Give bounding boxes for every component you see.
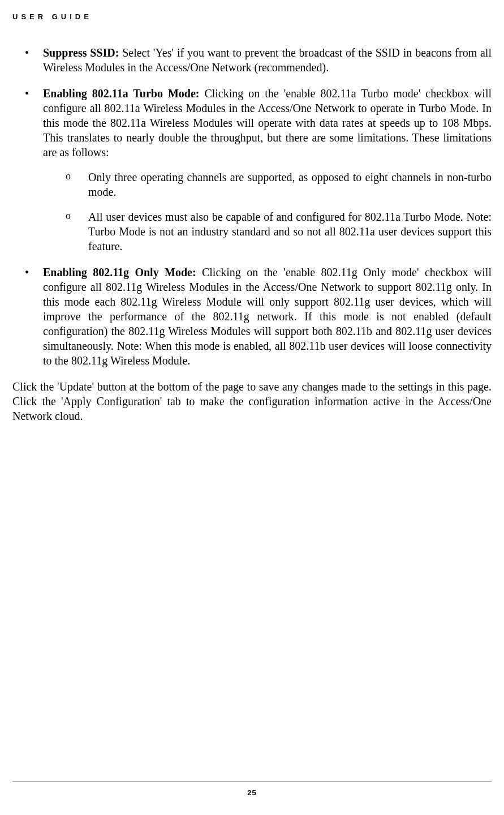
sub-item-channels: Only three operating channels are suppor…: [43, 170, 492, 199]
page-header: USER GUIDE: [12, 12, 92, 21]
bullet-body: Clicking on the 'enable 802.11g Only mod…: [43, 266, 492, 367]
footer-divider: [12, 782, 492, 782]
bullet-title: Enabling 802.11g Only Mode:: [43, 266, 196, 278]
sub-item-devices: All user devices must also be capable of…: [43, 209, 492, 254]
page-content: Suppress SSID: Select 'Yes' if you want …: [12, 45, 492, 423]
bullet-title: Enabling 802.11a Turbo Mode:: [43, 87, 199, 100]
sub-list: Only three operating channels are suppor…: [43, 170, 492, 254]
page-number: 25: [0, 788, 504, 797]
bullet-item-suppress-ssid: Suppress SSID: Select 'Yes' if you want …: [12, 45, 492, 75]
bullet-title: Suppress SSID:: [43, 46, 119, 59]
closing-paragraph: Click the 'Update' button at the bottom …: [12, 379, 492, 423]
bullet-list: Suppress SSID: Select 'Yes' if you want …: [12, 45, 492, 368]
bullet-item-turbo-mode: Enabling 802.11a Turbo Mode: Clicking on…: [12, 86, 492, 254]
bullet-item-gonly-mode: Enabling 802.11g Only Mode: Clicking on …: [12, 265, 492, 368]
